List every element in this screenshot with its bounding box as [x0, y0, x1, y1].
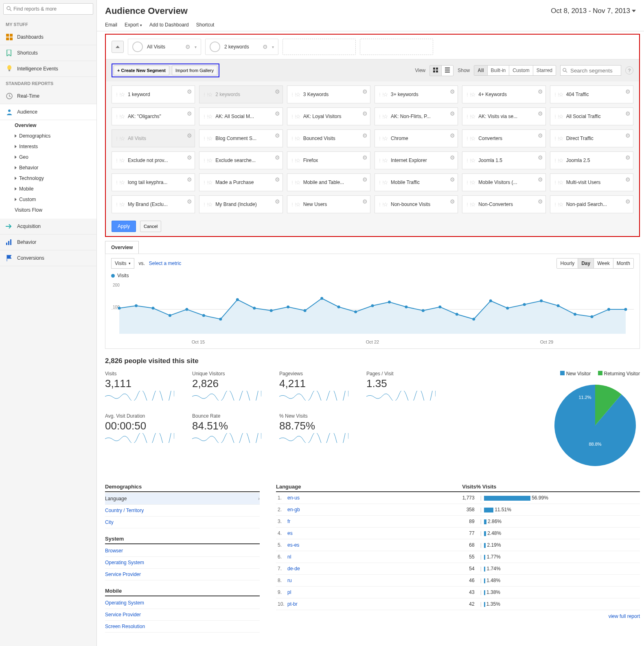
sidebar-item-conversions[interactable]: Conversions: [0, 250, 96, 266]
line-chart[interactable]: 200100: [111, 281, 634, 338]
star-icon[interactable]: ☆: [471, 201, 476, 208]
time-month[interactable]: Month: [613, 258, 633, 268]
segment-card[interactable]: ⋮⋮⋮⋮☆AK: Visits via se...⚙: [462, 107, 545, 125]
segment-card[interactable]: ⋮⋮⋮⋮☆Firefox⚙: [287, 151, 370, 169]
star-icon[interactable]: ☆: [296, 201, 301, 208]
star-icon[interactable]: ☆: [471, 113, 476, 120]
star-icon[interactable]: ☆: [120, 201, 125, 208]
chevron-down-icon[interactable]: ▾: [272, 45, 274, 49]
drag-handle-icon[interactable]: ⋮⋮⋮⋮: [378, 159, 381, 162]
segment-card[interactable]: ⋮⋮⋮⋮☆Exclude not prov...⚙: [112, 151, 195, 169]
lang-link[interactable]: ru: [287, 578, 292, 583]
gear-icon[interactable]: ⚙: [625, 110, 631, 117]
gear-icon[interactable]: ⚙: [185, 44, 191, 50]
gear-icon[interactable]: ⚙: [275, 132, 280, 139]
apply-button[interactable]: Apply: [112, 221, 136, 232]
dim-row-operating-system[interactable]: Operating System: [105, 597, 260, 609]
gear-icon[interactable]: ⚙: [362, 110, 368, 117]
segment-card[interactable]: ⋮⋮⋮⋮☆AK: All Social M...⚙: [199, 107, 283, 125]
drag-handle-icon[interactable]: ⋮⋮⋮⋮: [378, 203, 381, 206]
gear-icon[interactable]: ⚙: [538, 88, 543, 95]
segment-card[interactable]: ⋮⋮⋮⋮☆Blog Comment S...⚙: [199, 129, 283, 147]
sidebar-sub-custom[interactable]: Custom: [15, 194, 96, 205]
segment-card[interactable]: ⋮⋮⋮⋮☆AK: Non-Flirts, P...⚙: [375, 107, 458, 125]
drag-handle-icon[interactable]: ⋮⋮⋮⋮: [378, 181, 381, 184]
segment-card[interactable]: ⋮⋮⋮⋮☆AK: Loyal Visitors⚙: [287, 107, 370, 125]
star-icon[interactable]: ☆: [383, 113, 388, 120]
sidebar-item-dashboards[interactable]: Dashboards: [0, 29, 96, 45]
gear-icon[interactable]: ⚙: [538, 110, 543, 117]
segment-card[interactable]: ⋮⋮⋮⋮☆Bounced Visits⚙: [287, 129, 370, 147]
dim-row-browser[interactable]: Browser: [105, 545, 260, 557]
drag-handle-icon[interactable]: ⋮⋮⋮⋮: [378, 137, 381, 140]
time-hourly[interactable]: Hourly: [557, 258, 578, 268]
view-grid-button[interactable]: [430, 66, 442, 76]
drag-handle-icon[interactable]: ⋮⋮⋮⋮: [203, 181, 205, 184]
dim-row-operating-system[interactable]: Operating System: [105, 557, 260, 569]
star-icon[interactable]: ☆: [296, 113, 301, 120]
segment-card[interactable]: ⋮⋮⋮⋮☆All Visits⚙: [112, 129, 195, 147]
search-input[interactable]: [3, 3, 93, 15]
segment-card[interactable]: ⋮⋮⋮⋮☆Mobile Visitors (...⚙: [462, 173, 545, 191]
sidebar-item-behavior[interactable]: Behavior: [0, 234, 96, 250]
star-icon[interactable]: ☆: [208, 179, 213, 186]
gear-icon[interactable]: ⚙: [538, 176, 543, 183]
tab-overview[interactable]: Overview: [105, 241, 139, 254]
search-segments-input[interactable]: [560, 65, 621, 76]
sidebar-item-acquisition[interactable]: Acquisition: [0, 219, 96, 234]
drag-handle-icon[interactable]: ⋮⋮⋮⋮: [291, 159, 293, 162]
segment-card[interactable]: ⋮⋮⋮⋮☆All Social Traffic⚙: [550, 107, 633, 125]
sidebar-sub-mobile[interactable]: Mobile: [15, 184, 96, 194]
dim-row-service-provider[interactable]: Service Provider: [105, 609, 260, 621]
segment-card[interactable]: ⋮⋮⋮⋮☆Mobile Traffic⚙: [375, 173, 458, 191]
drag-handle-icon[interactable]: ⋮⋮⋮⋮: [466, 181, 468, 184]
dim-row-city[interactable]: City: [105, 517, 260, 528]
collapse-button[interactable]: [112, 41, 124, 53]
gear-icon[interactable]: ⚙: [625, 198, 631, 205]
star-icon[interactable]: ☆: [471, 179, 476, 186]
drag-handle-icon[interactable]: ⋮⋮⋮⋮: [203, 93, 205, 96]
help-icon[interactable]: ?: [625, 66, 633, 74]
drag-handle-icon[interactable]: ⋮⋮⋮⋮: [378, 93, 381, 96]
gear-icon[interactable]: ⚙: [625, 88, 631, 95]
sidebar-item-shortcuts[interactable]: Shortcuts: [0, 45, 96, 61]
star-icon[interactable]: ☆: [208, 201, 213, 208]
segment-card[interactable]: ⋮⋮⋮⋮☆Exclude searche...⚙: [199, 151, 283, 169]
drag-handle-icon[interactable]: ⋮⋮⋮⋮: [554, 93, 556, 96]
segment-card[interactable]: ⋮⋮⋮⋮☆404 Traffic⚙: [550, 85, 633, 103]
sidebar-item-intelligence-events[interactable]: Intelligence Events: [0, 61, 96, 77]
star-icon[interactable]: ☆: [208, 135, 213, 142]
segment-pill-2-keywords[interactable]: 2 keywords ⚙ ▾: [205, 39, 278, 55]
lang-link[interactable]: de-de: [287, 566, 300, 572]
star-icon[interactable]: ☆: [559, 179, 564, 186]
toolbar-export[interactable]: Export ▾: [125, 22, 142, 28]
star-icon[interactable]: ☆: [471, 157, 476, 164]
gear-icon[interactable]: ⚙: [275, 176, 280, 183]
gear-icon[interactable]: ⚙: [263, 44, 268, 50]
star-icon[interactable]: ☆: [383, 179, 388, 186]
segment-card[interactable]: ⋮⋮⋮⋮☆Non-paid Search...⚙: [550, 195, 633, 213]
gear-icon[interactable]: ⚙: [538, 154, 543, 161]
drag-handle-icon[interactable]: ⋮⋮⋮⋮: [203, 115, 205, 118]
drag-handle-icon[interactable]: ⋮⋮⋮⋮: [554, 115, 556, 118]
star-icon[interactable]: ☆: [296, 91, 301, 98]
gear-icon[interactable]: ⚙: [450, 198, 455, 205]
gear-icon[interactable]: ⚙: [362, 88, 368, 95]
segment-card[interactable]: ⋮⋮⋮⋮☆4+ Keywords⚙: [462, 85, 545, 103]
gear-icon[interactable]: ⚙: [625, 154, 631, 161]
drag-handle-icon[interactable]: ⋮⋮⋮⋮: [466, 115, 468, 118]
segment-card[interactable]: ⋮⋮⋮⋮☆My Brand (Include)⚙: [199, 195, 283, 213]
gear-icon[interactable]: ⚙: [187, 176, 192, 183]
star-icon[interactable]: ☆: [383, 135, 388, 142]
star-icon[interactable]: ☆: [208, 113, 213, 120]
star-icon[interactable]: ☆: [559, 135, 564, 142]
lang-link[interactable]: pl: [287, 589, 291, 595]
gear-icon[interactable]: ⚙: [275, 198, 280, 205]
star-icon[interactable]: ☆: [471, 135, 476, 142]
sidebar-sub-geo[interactable]: Geo: [15, 152, 96, 162]
segment-card[interactable]: ⋮⋮⋮⋮☆Multi-visit Users⚙: [550, 173, 633, 191]
drag-handle-icon[interactable]: ⋮⋮⋮⋮: [203, 137, 205, 140]
gear-icon[interactable]: ⚙: [450, 176, 455, 183]
drag-handle-icon[interactable]: ⋮⋮⋮⋮: [554, 137, 556, 140]
star-icon[interactable]: ☆: [120, 157, 125, 164]
